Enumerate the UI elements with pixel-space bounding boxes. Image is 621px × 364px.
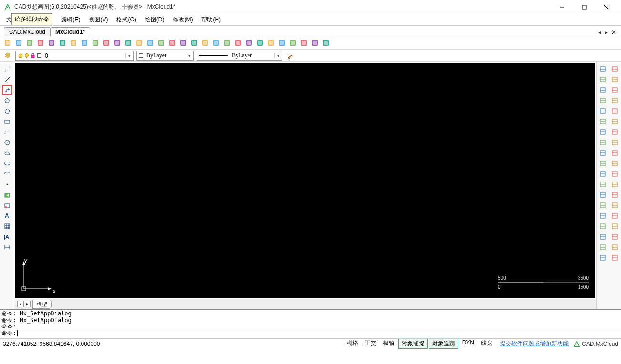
chevron-down-icon[interactable]: ▾ <box>125 53 133 58</box>
save-icon[interactable] <box>36 38 45 48</box>
tab-prev-icon[interactable]: ◂ <box>597 29 602 36</box>
status-toggle[interactable]: 正交 <box>362 339 379 349</box>
layer-dropdown[interactable]: 0 ▾ <box>15 51 134 61</box>
doc-tab[interactable]: CAD.MxCloud <box>4 27 51 36</box>
menu-o[interactable]: 格式(O) <box>115 16 137 24</box>
polygon-tool-icon[interactable] <box>2 95 12 106</box>
refresh-icon[interactable] <box>288 38 298 48</box>
fillet2-icon[interactable] <box>598 158 608 169</box>
close-button[interactable] <box>595 0 617 14</box>
model-prev-icon[interactable]: ◂ <box>17 301 24 307</box>
copy-icon[interactable] <box>598 64 608 74</box>
copy2-icon[interactable] <box>598 74 608 85</box>
align-icon[interactable] <box>610 232 620 242</box>
grid-icon[interactable] <box>598 127 608 137</box>
chamfer-icon[interactable] <box>610 158 620 169</box>
pedit-icon[interactable] <box>598 148 608 158</box>
array2-icon[interactable] <box>610 116 620 127</box>
block-tool-icon[interactable] <box>2 190 12 200</box>
extend-icon[interactable] <box>598 179 608 190</box>
maximize-button[interactable] <box>573 0 595 14</box>
zoomin-icon[interactable] <box>69 38 78 48</box>
pan-icon[interactable] <box>91 38 100 48</box>
open-icon[interactable] <box>14 38 23 48</box>
line-tool-icon[interactable] <box>2 64 12 74</box>
trim-icon[interactable] <box>598 169 608 179</box>
linetype-dropdown[interactable]: ByLayer ▾ <box>197 51 282 61</box>
wipeout-icon[interactable] <box>200 38 210 48</box>
ellipsearc-tool-icon[interactable] <box>2 169 12 179</box>
doc-tab[interactable]: MxCloud1* <box>50 27 90 36</box>
status-toggle[interactable]: DYN <box>459 339 477 349</box>
lengthen-icon[interactable] <box>610 211 620 221</box>
stretch-icon[interactable] <box>610 200 620 211</box>
status-toggle[interactable]: 极轴 <box>380 339 397 349</box>
join-icon[interactable] <box>610 221 620 232</box>
feedback-link[interactable]: 提交软件问题或增加新功能 <box>500 340 569 348</box>
pencil-icon[interactable] <box>156 38 166 48</box>
zoomall-icon[interactable] <box>80 38 89 48</box>
redo-icon[interactable] <box>266 38 276 48</box>
hatch-icon[interactable] <box>167 38 177 48</box>
color-dropdown[interactable]: ByLayer ▾ <box>136 51 194 61</box>
command-input[interactable]: 命令: <box>0 328 621 338</box>
model-next-icon[interactable]: ▸ <box>24 301 31 307</box>
status-toggle[interactable]: 栅格 <box>344 339 361 349</box>
image1-icon[interactable] <box>222 38 232 48</box>
break-icon[interactable] <box>598 190 608 200</box>
offset-icon[interactable] <box>598 95 608 106</box>
scale-icon[interactable] <box>610 137 620 148</box>
chevron-down-icon[interactable]: ▾ <box>186 53 193 58</box>
move-icon[interactable] <box>610 85 620 95</box>
globe-icon[interactable] <box>299 38 309 48</box>
minimize-button[interactable] <box>551 0 573 14</box>
menu-v[interactable]: 视图(V) <box>87 16 109 24</box>
layer-icon[interactable] <box>189 38 199 48</box>
image3-icon[interactable] <box>244 38 254 48</box>
text-tool-icon[interactable]: A <box>2 211 12 221</box>
pline-tool-icon[interactable] <box>2 85 12 95</box>
layer-manager-icon[interactable] <box>3 51 12 61</box>
table-icon[interactable] <box>321 38 331 48</box>
brush-icon[interactable] <box>285 51 295 61</box>
circle-tool-icon[interactable] <box>2 137 12 148</box>
extend2-icon[interactable] <box>610 179 620 190</box>
dim-ang-icon[interactable] <box>598 211 608 221</box>
tab-next-icon[interactable]: ▸ <box>604 29 609 36</box>
status-toggle[interactable]: 线宽 <box>478 339 495 349</box>
leader-icon[interactable] <box>598 242 608 253</box>
mirror-h-icon[interactable] <box>610 74 620 85</box>
zoomwin-icon[interactable] <box>58 38 67 48</box>
menu-m[interactable]: 修改(M) <box>171 16 194 24</box>
insert-tool-icon[interactable] <box>2 200 12 211</box>
point-tool-icon[interactable] <box>2 179 12 190</box>
rotate-icon[interactable] <box>610 95 620 106</box>
menu-h[interactable]: 帮助(H) <box>200 16 222 24</box>
status-toggle[interactable]: 对象追踪 <box>429 339 458 349</box>
drawing-canvas[interactable]: Y X 5003500 01500 <box>15 63 595 298</box>
print2-icon[interactable] <box>277 38 287 48</box>
dim-ord-icon[interactable] <box>598 253 608 263</box>
h-tool-icon[interactable] <box>610 253 620 263</box>
pdf-icon[interactable] <box>310 38 320 48</box>
fillet-icon[interactable] <box>610 148 620 158</box>
tab-close-icon[interactable]: ✕ <box>611 29 617 36</box>
polygon2-tool-icon[interactable] <box>2 106 12 116</box>
zoomprev-icon[interactable] <box>124 38 133 48</box>
rect-sel-icon[interactable] <box>598 106 608 116</box>
image2-icon[interactable] <box>233 38 243 48</box>
menu-d[interactable]: 绘图(D) <box>144 16 166 24</box>
dim-rad-icon[interactable] <box>598 221 608 232</box>
copy3-icon[interactable] <box>598 85 608 95</box>
measure-icon[interactable] <box>102 38 111 48</box>
dim-dia-icon[interactable] <box>598 232 608 242</box>
dim-lin-icon[interactable] <box>598 200 608 211</box>
menu-e[interactable]: 编辑(E) <box>60 16 82 24</box>
align2-icon[interactable] <box>610 242 620 253</box>
erase-icon[interactable] <box>610 64 620 74</box>
saveall-icon[interactable] <box>47 38 56 48</box>
dim-tool-icon[interactable] <box>2 242 12 253</box>
explode-icon[interactable] <box>610 190 620 200</box>
chevron-down-icon[interactable]: ▾ <box>274 53 282 58</box>
tab-model[interactable]: 模型 <box>32 300 52 309</box>
